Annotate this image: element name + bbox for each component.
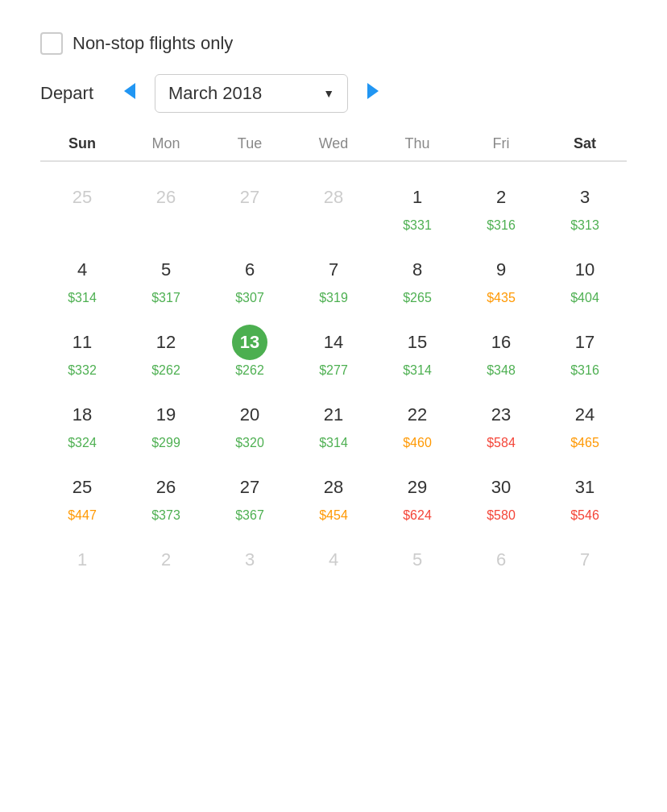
cal-cell[interactable]: 14$277: [292, 313, 375, 386]
cal-cell[interactable]: 31$546: [543, 458, 627, 531]
day-number: 5: [400, 542, 435, 578]
cal-cell[interactable]: 30$580: [459, 458, 543, 531]
month-label: March 2018: [168, 83, 262, 104]
cal-cell[interactable]: 17$316: [543, 313, 627, 386]
cal-cell: 4: [292, 531, 375, 603]
cal-cell[interactable]: 20$320: [208, 386, 292, 458]
day-number: 4: [316, 542, 351, 578]
cal-cell[interactable]: 24$465: [543, 386, 627, 458]
month-dropdown-icon: ▼: [323, 87, 334, 100]
cal-cell[interactable]: 19$299: [124, 386, 208, 458]
cal-cell[interactable]: 12$262: [124, 313, 208, 386]
cal-cell[interactable]: 16$348: [459, 313, 543, 386]
day-number: 24: [567, 397, 603, 433]
nonstop-row: Non-stop flights only: [40, 32, 627, 55]
day-number: 2: [148, 542, 184, 578]
day-number: 9: [483, 252, 519, 288]
cal-cell[interactable]: 13$262: [208, 313, 292, 386]
cal-cell[interactable]: 26$373: [124, 458, 208, 531]
cal-cell[interactable]: 1$331: [375, 168, 459, 241]
cal-cell[interactable]: 15$314: [375, 313, 459, 386]
cal-cell[interactable]: 8$265: [375, 241, 459, 313]
cal-cell[interactable]: 7$319: [292, 241, 375, 313]
cal-cell[interactable]: 29$624: [375, 458, 459, 531]
day-number: 12: [148, 325, 184, 360]
cal-cell[interactable]: 11$332: [40, 313, 124, 386]
day-number: 25: [64, 180, 100, 215]
cal-cell[interactable]: 25$447: [40, 458, 124, 531]
day-number: 1: [64, 542, 100, 578]
day-number: 28: [316, 180, 351, 215]
cal-cell: 28: [292, 168, 375, 241]
cal-cell[interactable]: 27$367: [208, 458, 292, 531]
prev-month-arrow-icon: [124, 83, 135, 99]
day-header-wed: Wed: [292, 135, 375, 152]
nonstop-checkbox[interactable]: [40, 32, 63, 55]
day-number: 11: [64, 325, 100, 360]
day-number: 15: [400, 325, 435, 360]
day-number: 21: [316, 397, 351, 433]
day-number: 10: [567, 252, 603, 288]
cal-cell[interactable]: 28$454: [292, 458, 375, 531]
day-price: $580: [487, 508, 516, 523]
day-price: $319: [319, 291, 348, 305]
day-price: $307: [235, 291, 264, 305]
next-month-button[interactable]: [361, 80, 385, 107]
day-price: $317: [151, 291, 180, 305]
cal-cell[interactable]: 9$435: [459, 241, 543, 313]
cal-cell[interactable]: 18$324: [40, 386, 124, 458]
day-number: 16: [483, 325, 519, 360]
cal-cell: 7: [543, 531, 627, 603]
day-header-thu: Thu: [375, 135, 459, 152]
day-price: $299: [151, 436, 180, 450]
cal-cell[interactable]: 4$314: [40, 241, 124, 313]
cal-cell[interactable]: 2$316: [459, 168, 543, 241]
day-number: 6: [483, 542, 519, 578]
day-number: 31: [567, 470, 603, 505]
day-number: 19: [148, 397, 184, 433]
day-number: 23: [483, 397, 519, 433]
day-price: $314: [319, 436, 348, 450]
cal-cell[interactable]: 5$317: [124, 241, 208, 313]
day-number: 4: [64, 252, 100, 288]
day-price: $373: [151, 508, 180, 523]
day-number: 22: [400, 397, 435, 433]
cal-cell: 2: [124, 531, 208, 603]
day-price: $320: [235, 436, 264, 450]
day-price: $313: [570, 218, 599, 233]
day-number: 26: [148, 180, 184, 215]
calendar: SunMonTueWedThuFriSat 25 26 27 28 1$3312…: [40, 135, 627, 603]
day-number: 2: [483, 180, 519, 215]
month-selector[interactable]: March 2018 ▼: [155, 74, 348, 113]
day-number: 7: [567, 542, 603, 578]
day-header-tue: Tue: [208, 135, 292, 152]
day-number: 26: [148, 470, 184, 505]
calendar-header: SunMonTueWedThuFriSat: [40, 135, 627, 162]
day-price: $316: [570, 363, 599, 378]
day-number: 5: [148, 252, 184, 288]
day-price: $460: [403, 436, 432, 450]
cal-cell: 3: [208, 531, 292, 603]
day-number: 3: [232, 542, 267, 578]
cal-cell: 1: [40, 531, 124, 603]
day-price: $316: [487, 218, 516, 233]
cal-cell[interactable]: 23$584: [459, 386, 543, 458]
day-price: $435: [487, 291, 516, 305]
cal-cell[interactable]: 6$307: [208, 241, 292, 313]
day-number: 7: [316, 252, 351, 288]
nonstop-label: Non-stop flights only: [72, 33, 233, 54]
cal-cell[interactable]: 3$313: [543, 168, 627, 241]
day-number: 17: [567, 325, 603, 360]
day-number: 13: [232, 325, 267, 360]
cal-cell: 5: [375, 531, 459, 603]
calendar-container: Non-stop flights only Depart March 2018 …: [16, 16, 651, 628]
cal-cell[interactable]: 22$460: [375, 386, 459, 458]
day-header-sun: Sun: [40, 135, 124, 152]
cal-cell[interactable]: 21$314: [292, 386, 375, 458]
day-price: $324: [68, 436, 97, 450]
cal-cell[interactable]: 10$404: [543, 241, 627, 313]
day-number: 28: [316, 470, 351, 505]
cal-cell: 6: [459, 531, 543, 603]
prev-month-button[interactable]: [118, 80, 142, 107]
day-price: $277: [319, 363, 348, 378]
